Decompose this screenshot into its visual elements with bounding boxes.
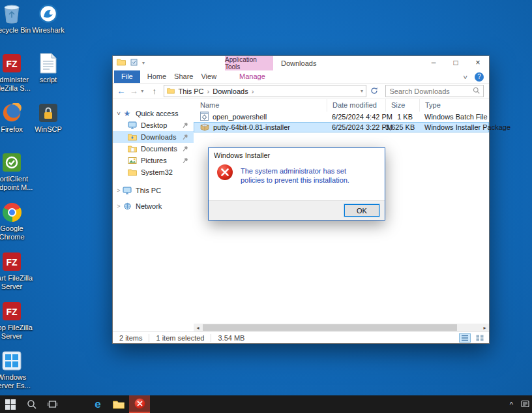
file-row-selected[interactable]: putty-64bit-0.81-installer 6/25/2024 3:2… <box>194 122 489 132</box>
filezilla-icon: FZ <box>1 52 23 74</box>
recent-locations-dropdown-icon[interactable]: ▾ <box>141 88 147 94</box>
close-button[interactable]: × <box>467 56 489 70</box>
start-button[interactable] <box>0 395 21 413</box>
taskbar-windows-installer-button[interactable] <box>129 395 150 413</box>
quick-access-icon: ★ <box>122 109 132 118</box>
details-view-button[interactable] <box>459 333 471 343</box>
sidebar-item-quick-access[interactable]: > ★ Quick access <box>113 108 194 119</box>
column-header-date-modified[interactable]: Date modified <box>327 99 385 112</box>
tray-notification-icon[interactable] <box>521 399 529 410</box>
error-icon <box>216 164 233 200</box>
maximize-button[interactable]: □ <box>445 56 467 70</box>
desktop-icon-label: WinSCP <box>25 125 72 134</box>
desktop-icon-script[interactable]: script <box>25 52 72 84</box>
scroll-left-icon[interactable]: ◂ <box>194 325 202 331</box>
back-button[interactable]: ← <box>115 86 127 96</box>
refresh-icon[interactable] <box>368 87 381 96</box>
ok-button[interactable]: OK <box>344 204 379 217</box>
file-row[interactable]: open_powershell 6/25/2024 4:42 PM 1 KB W… <box>194 112 489 122</box>
desktop-icon-label: Google Chrome <box>0 224 35 241</box>
desktop-icon-google-chrome[interactable]: Google Chrome <box>0 201 35 241</box>
search-icon <box>473 87 480 95</box>
taskbar-spacer <box>63 395 87 413</box>
file-type: Windows Installer Package <box>419 123 491 131</box>
breadcrumb-this-pc[interactable]: This PC <box>178 87 203 95</box>
desktop-icon-label: script <box>25 76 72 84</box>
dialog-footer: OK <box>209 200 385 220</box>
search-box[interactable] <box>385 85 484 97</box>
sidebar-item-network[interactable]: > Network <box>113 200 194 212</box>
breadcrumb-downloads[interactable]: Downloads <box>213 87 248 95</box>
sidebar-item-this-pc[interactable]: > This PC <box>113 185 194 196</box>
desktop-icon-label: FortiClient Endpoint M... <box>0 175 35 192</box>
column-header-size[interactable]: Size <box>385 99 419 112</box>
breadcrumb-separator-icon: › <box>252 87 254 95</box>
tab-home[interactable]: Home <box>143 70 170 83</box>
help-icon[interactable]: ? <box>475 72 484 82</box>
sidebar-item-pictures[interactable]: Pictures <box>113 155 194 166</box>
sidebar-item-system32[interactable]: System32 <box>113 166 194 178</box>
horizontal-scrollbar[interactable]: ◂ ▸ <box>194 324 489 331</box>
desktop-icon-label: Wireshark <box>25 26 72 35</box>
selection-count: 1 item selected <box>156 334 211 342</box>
sidebar-item-desktop[interactable]: Desktop <box>113 119 194 131</box>
this-pc-icon <box>122 187 132 194</box>
column-header-type[interactable]: Type <box>419 99 491 112</box>
forward-button[interactable]: → <box>128 86 140 96</box>
documents-folder-icon <box>127 145 138 153</box>
taskbar-file-explorer-button[interactable] <box>108 395 129 413</box>
large-icons-view-button[interactable] <box>474 333 486 343</box>
search-input[interactable] <box>389 87 470 95</box>
pictures-icon <box>127 157 138 164</box>
installer-package-icon <box>200 123 209 132</box>
scroll-right-icon[interactable]: ▸ <box>480 325 489 331</box>
tab-share[interactable]: Share <box>170 70 197 83</box>
explorer-window: ▾ Application Tools Downloads – □ × File… <box>112 55 490 344</box>
desktop-icon-wireshark[interactable]: Wireshark <box>25 3 72 35</box>
downloads-folder-icon <box>127 133 138 141</box>
chevron-collapsed-icon[interactable]: > <box>115 203 122 209</box>
desktop-icon-label: Start FileZilla Server <box>0 274 35 291</box>
sidebar-label: Pictures <box>141 157 167 164</box>
desktop-icon-forticlient[interactable]: FortiClient Endpoint M... <box>0 151 35 192</box>
column-headers: Name Date modified Size Type <box>194 99 489 112</box>
file-size: 1 KB <box>385 113 419 121</box>
windows-server-icon <box>1 350 23 372</box>
column-header-name[interactable]: Name <box>194 99 327 112</box>
qat-properties-icon[interactable] <box>130 59 138 67</box>
desktop-icon-winscp[interactable]: WinSCP <box>25 102 72 134</box>
scrollbar-thumb[interactable] <box>203 324 457 331</box>
tab-manage[interactable]: Manage <box>235 70 264 83</box>
sidebar-label: Downloads <box>141 133 176 141</box>
address-folder-icon <box>167 87 175 95</box>
edge-icon: e <box>95 399 100 410</box>
tab-view[interactable]: View <box>197 70 220 83</box>
contextual-tab-application-tools[interactable]: Application Tools <box>225 56 273 70</box>
tab-file[interactable]: File <box>114 70 140 83</box>
file-name: putty-64bit-0.81-installer <box>213 123 290 131</box>
batch-file-icon <box>200 112 209 122</box>
taskbar-edge-button[interactable]: e <box>87 395 108 413</box>
qat-customize-dropdown-icon[interactable]: ▾ <box>142 60 149 66</box>
address-box[interactable]: This PC › Downloads › ▾ <box>164 85 366 97</box>
desktop-icon-windows-server[interactable]: Windows Server Es... <box>0 350 35 390</box>
address-dropdown-icon[interactable]: ▾ <box>361 88 363 94</box>
dialog-title: Windows Installer <box>209 148 385 162</box>
minimize-button[interactable]: – <box>422 56 445 70</box>
chevron-expanded-icon[interactable]: > <box>115 110 122 117</box>
file-date-modified: 6/25/2024 3:22 PM <box>327 123 385 131</box>
ribbon-controls: > ? <box>464 70 484 84</box>
file-type: Windows Batch File <box>419 113 491 121</box>
up-button[interactable]: ↑ <box>149 86 160 96</box>
sidebar-item-downloads[interactable]: Downloads <box>113 131 194 143</box>
task-view-button[interactable] <box>42 395 63 413</box>
expand-ribbon-icon[interactable]: > <box>462 75 469 79</box>
sidebar-item-documents[interactable]: Documents <box>113 143 194 155</box>
desktop-icon-start-filezilla-server[interactable]: FZ Start FileZilla Server <box>0 251 35 291</box>
desktop-icon-stop-filezilla-server[interactable]: FZ Stop FileZilla Server <box>0 300 35 341</box>
taskbar-search-button[interactable] <box>21 395 42 413</box>
status-bar: 2 items 1 item selected 3.54 MB <box>113 331 489 343</box>
chevron-collapsed-icon[interactable]: > <box>115 187 122 194</box>
winscp-icon <box>37 102 59 124</box>
tray-expand-icon[interactable]: ^ <box>510 401 513 408</box>
